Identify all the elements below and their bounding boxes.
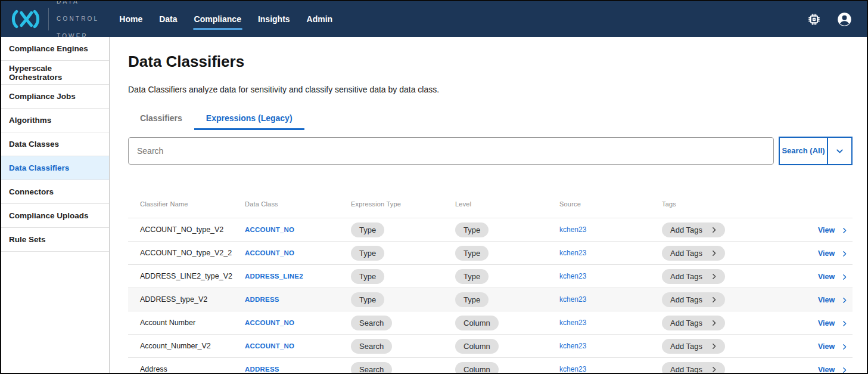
column-header-source: Source — [559, 200, 662, 208]
sidebar-item-rule-sets[interactable]: Rule Sets — [1, 228, 109, 252]
view-link[interactable]: View — [818, 296, 848, 304]
chevron-right-icon — [710, 296, 718, 304]
sidebar-item-algorithms[interactable]: Algorithms — [1, 109, 109, 132]
add-tags-button[interactable]: Add Tags — [662, 269, 725, 284]
view-cell: View — [818, 341, 861, 351]
chevron-right-icon — [841, 227, 848, 234]
classifier-name: Account_Number_V2 — [140, 342, 245, 350]
add-tags-button[interactable]: Add Tags — [662, 222, 725, 237]
view-cell: View — [818, 364, 861, 373]
sidebar-item-compliance-uploads[interactable]: Compliance Uploads — [1, 204, 109, 228]
source-link[interactable]: kchen23 — [559, 249, 586, 257]
level-badge: Type — [455, 222, 489, 237]
search-all-button[interactable]: Search (All) — [779, 137, 827, 165]
expression-type-badge: Type — [351, 292, 384, 307]
data-class-link[interactable]: ADDRESS — [245, 366, 279, 373]
add-tags-label: Add Tags — [670, 272, 702, 281]
level-badge: Column — [455, 362, 499, 373]
add-tags-button[interactable]: Add Tags — [662, 362, 725, 373]
add-tags-label: Add Tags — [670, 319, 702, 327]
source-link[interactable]: kchen23 — [559, 295, 586, 304]
view-cell: View — [818, 224, 861, 235]
source-link[interactable]: kchen23 — [559, 225, 586, 234]
top-navbar: DATA CONTROL TOWER HomeDataComplianceIns… — [1, 1, 867, 37]
nav-item-home[interactable]: Home — [119, 1, 142, 37]
view-cell: View — [818, 271, 861, 282]
expression-type-badge: Type — [351, 269, 384, 284]
nav-item-admin[interactable]: Admin — [307, 1, 333, 37]
data-class-link[interactable]: ACCOUNT_NO — [245, 226, 294, 233]
column-header-data-class: Data Class — [245, 200, 351, 208]
data-class-link[interactable]: ACCOUNT_NO — [245, 319, 294, 326]
table-row: ADDRESS_LINE2_type_V2ADDRESS_LINE2TypeTy… — [128, 264, 853, 288]
account-button[interactable] — [836, 11, 853, 27]
data-class-link[interactable]: ACCOUNT_NO — [245, 342, 294, 350]
tab-bar: ClassifiersExpressions (Legacy) — [128, 107, 853, 130]
table-row: Account NumberACCOUNT_NOSearchColumnkche… — [128, 311, 853, 334]
level-badge: Type — [455, 269, 489, 284]
classifier-name: ADDRESS_LINE2_type_V2 — [140, 272, 245, 280]
column-header-expression-type: Expression Type — [351, 200, 455, 208]
search-bar: Search (All) — [128, 137, 853, 165]
chevron-right-icon — [841, 273, 848, 281]
view-link[interactable]: View — [818, 342, 848, 351]
sidebar-item-compliance-jobs[interactable]: Compliance Jobs — [1, 85, 109, 109]
view-link[interactable]: View — [818, 273, 848, 281]
table-row: ACCOUNT_NO_type_V2_2ACCOUNT_NOTypeTypekc… — [128, 241, 853, 264]
add-tags-button[interactable]: Add Tags — [662, 246, 725, 261]
nav-item-compliance[interactable]: Compliance — [194, 1, 241, 37]
view-cell: View — [818, 294, 861, 305]
api-chip-button[interactable] — [807, 13, 821, 26]
view-link[interactable]: View — [818, 366, 848, 373]
column-header-level: Level — [455, 200, 559, 208]
source-link[interactable]: kchen23 — [559, 342, 586, 350]
tab-classifiers[interactable]: Classifiers — [128, 107, 194, 130]
view-label: View — [818, 226, 835, 234]
page-title: Data Classifiers — [128, 52, 853, 71]
sidebar-item-connectors[interactable]: Connectors — [1, 180, 109, 204]
data-class-link[interactable]: ADDRESS — [245, 296, 279, 303]
classifier-name: ACCOUNT_NO_type_V2_2 — [140, 249, 245, 257]
search-scope-dropdown-button[interactable] — [827, 137, 853, 165]
add-tags-button[interactable]: Add Tags — [662, 292, 725, 307]
sidebar: Compliance EnginesHyperscale Orchestrato… — [1, 37, 110, 373]
data-class-link[interactable]: ADDRESS_LINE2 — [245, 273, 303, 280]
column-header-tags: Tags — [662, 200, 818, 208]
chip-icon — [807, 13, 821, 26]
view-link[interactable]: View — [818, 226, 848, 234]
classifiers-table: Classifier NameData ClassExpression Type… — [128, 190, 853, 373]
add-tags-label: Add Tags — [670, 225, 702, 234]
sidebar-item-data-classes[interactable]: Data Classes — [1, 132, 109, 156]
classifier-name: Address — [140, 365, 245, 373]
view-link[interactable]: View — [818, 319, 848, 327]
source-link[interactable]: kchen23 — [559, 365, 586, 373]
sidebar-item-compliance-engines[interactable]: Compliance Engines — [1, 37, 109, 61]
classifier-name: Account Number — [140, 319, 245, 327]
sidebar-item-data-classifiers[interactable]: Data Classifiers — [1, 156, 109, 180]
add-tags-label: Add Tags — [670, 342, 702, 351]
main-content: Data Classifiers Data Classifiers analyz… — [110, 37, 867, 373]
source-link[interactable]: kchen23 — [559, 319, 586, 327]
brand-line-1: DATA — [57, 0, 99, 6]
view-cell: View — [818, 317, 861, 328]
sidebar-item-hyperscale-orchestrators[interactable]: Hyperscale Orchestrators — [1, 61, 109, 85]
source-link[interactable]: kchen23 — [559, 272, 586, 280]
expression-type-badge: Type — [351, 222, 384, 237]
data-class-link[interactable]: ACCOUNT_NO — [245, 249, 294, 256]
search-input[interactable] — [128, 137, 774, 165]
chevron-right-icon — [710, 342, 718, 350]
nav-item-data[interactable]: Data — [159, 1, 177, 37]
view-link[interactable]: View — [818, 249, 848, 258]
chevron-down-icon — [835, 146, 845, 156]
add-tags-button[interactable]: Add Tags — [662, 339, 725, 354]
level-badge: Column — [455, 339, 499, 354]
search-button-group: Search (All) — [779, 137, 853, 165]
view-label: View — [818, 249, 835, 258]
add-tags-button[interactable]: Add Tags — [662, 316, 725, 330]
level-badge: Column — [455, 316, 499, 330]
tab-expressions-legacy[interactable]: Expressions (Legacy) — [194, 107, 304, 130]
nav-item-insights[interactable]: Insights — [258, 1, 290, 37]
chevron-right-icon — [841, 296, 848, 304]
chevron-right-icon — [710, 366, 718, 373]
chevron-right-icon — [841, 320, 848, 327]
